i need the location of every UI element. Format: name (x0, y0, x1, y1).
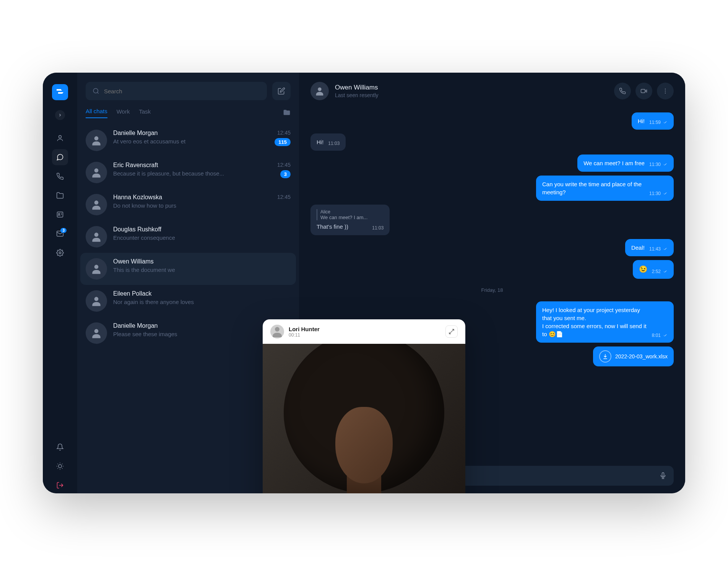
nav-files[interactable] (52, 187, 68, 203)
message-out[interactable]: Deal!11:43 (310, 239, 674, 256)
chat-name: Danielle Morgan (113, 322, 284, 329)
reply-preview: AliceWe can meet? I am... (317, 209, 367, 220)
chat-item-selected[interactable]: Owen WilliamsThis is the document we (80, 253, 296, 285)
nav-contacts[interactable] (52, 207, 68, 223)
call-video (263, 344, 465, 493)
folder-icon[interactable] (283, 109, 291, 118)
message-text: Hey! I looked at your project yesterday … (542, 306, 647, 338)
message-in[interactable]: Hi!11:03 (310, 133, 674, 151)
chat-preview: Nor again is there anyone loves (113, 299, 284, 305)
chat-name: Eileen Pollack (113, 290, 284, 297)
message-time: 2:52 (652, 269, 668, 274)
nav-profile[interactable] (52, 130, 68, 146)
message-in-reply[interactable]: AliceWe can meet? I am...That's fine ))1… (310, 205, 674, 235)
unread-badge: 115 (275, 138, 291, 146)
svg-point-0 (59, 135, 62, 138)
check-icon (662, 270, 668, 273)
check-icon (662, 192, 668, 195)
nav-theme[interactable] (52, 458, 68, 474)
chat-item[interactable]: Danielle MorganAt vero eos et accusamus … (77, 124, 299, 156)
chat-time: 12:45 (277, 162, 291, 168)
more-button[interactable] (657, 83, 674, 99)
svg-point-14 (318, 88, 321, 91)
svg-point-17 (665, 91, 666, 91)
message-out[interactable]: We can meet? I am free11:30 (310, 155, 674, 172)
chat-name: Owen Williams (113, 258, 284, 265)
message-text: Hi! (317, 138, 323, 146)
message-text: That's fine )) (317, 223, 348, 230)
search-input[interactable] (104, 88, 260, 94)
message-out[interactable]: Can you write the time and place of the … (310, 176, 674, 201)
call-avatar (270, 325, 284, 338)
message-time: 11:30 (649, 162, 668, 167)
call-button[interactable] (614, 83, 631, 99)
message-text: Hi! (638, 117, 645, 125)
avatar (86, 194, 107, 215)
avatar (86, 226, 107, 247)
nav-mail[interactable]: 3 (52, 226, 68, 242)
chat-item[interactable]: Douglas RushkoffEncounter consequence (77, 221, 299, 253)
svg-point-5 (58, 465, 62, 468)
chat-name: Douglas Rushkoff (113, 226, 284, 233)
collapse-toggle[interactable] (55, 110, 65, 120)
video-button[interactable] (635, 83, 652, 99)
app-logo[interactable] (52, 84, 68, 100)
nav-rail: 3 (43, 73, 77, 493)
nav-chats[interactable] (52, 149, 68, 165)
message-text: Deal! (631, 244, 645, 252)
svg-point-8 (94, 168, 99, 172)
message-time: 11:43 (649, 246, 668, 252)
chat-time: 12:45 (277, 130, 291, 136)
svg-point-10 (94, 233, 99, 237)
svg-point-13 (94, 329, 99, 333)
header-avatar[interactable] (310, 82, 329, 100)
chat-preview: At vero eos et accusamus et (113, 138, 268, 145)
chat-preview: Encounter consequence (113, 234, 284, 241)
nav-calls[interactable] (52, 168, 68, 184)
chat-item[interactable]: Eileen PollackNor again is there anyone … (77, 285, 299, 317)
chat-name: Eric Ravenscraft (113, 162, 271, 169)
search-box[interactable] (86, 82, 267, 100)
svg-rect-1 (57, 212, 63, 217)
header-name: Owen Williams (335, 84, 608, 91)
tab-all-chats[interactable]: All chats (86, 108, 107, 118)
chat-item[interactable]: Hanna KozlowskaDo not know how to purs 1… (77, 189, 299, 221)
search-icon (93, 88, 99, 94)
download-icon[interactable] (599, 350, 611, 363)
chat-preview: This is the document we (113, 267, 284, 273)
conversation-header: Owen Williams Last seen resently (299, 73, 685, 109)
avatar (86, 162, 107, 183)
svg-point-7 (94, 136, 99, 140)
message-out[interactable]: Hi!11:59 (310, 112, 674, 130)
tab-work[interactable]: Work (117, 108, 130, 118)
check-icon (662, 247, 668, 251)
message-text: Can you write the time and place of the … (542, 180, 645, 196)
avatar (86, 258, 107, 280)
chat-preview: Do not know how to purs (113, 202, 271, 209)
mic-icon[interactable] (659, 472, 667, 480)
nav-settings[interactable] (52, 245, 68, 261)
svg-point-20 (275, 327, 280, 332)
mail-badge: 3 (60, 228, 67, 233)
check-icon (662, 333, 668, 337)
svg-point-12 (94, 297, 99, 301)
popout-button[interactable] (445, 325, 458, 338)
tab-task[interactable]: Task (139, 108, 151, 118)
avatar (86, 290, 107, 312)
check-icon (662, 120, 668, 124)
unread-badge: 3 (280, 170, 291, 178)
message-out[interactable]: 😉2:52 (310, 260, 674, 279)
message-time: 11:03 (328, 141, 340, 146)
app-window: 3 All chats Work Task Danielle MorganAt … (43, 73, 685, 493)
svg-point-16 (665, 89, 666, 89)
svg-rect-19 (662, 473, 664, 477)
chat-name: Hanna Kozlowska (113, 194, 271, 201)
chat-time: 12:45 (277, 194, 291, 200)
chat-name: Danielle Morgan (113, 130, 268, 137)
message-time: 8:01 (652, 333, 668, 338)
nav-logout[interactable] (52, 477, 68, 493)
nav-notifications[interactable] (52, 439, 68, 455)
chat-item[interactable]: Eric RavenscraftBecause it is pleasure, … (77, 156, 299, 189)
compose-button[interactable] (272, 82, 291, 100)
call-window: Lori Hunter 00:11 (263, 319, 465, 493)
